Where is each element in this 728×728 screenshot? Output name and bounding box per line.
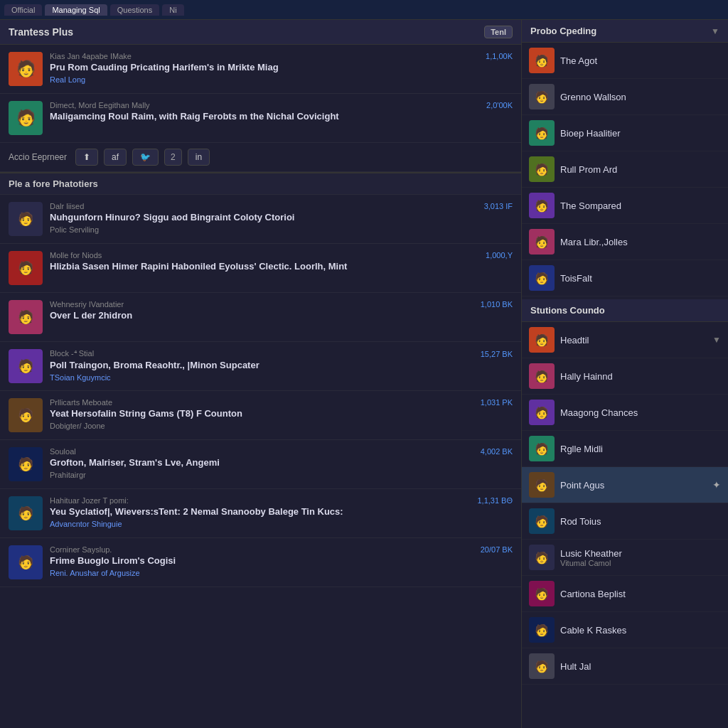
right-bottom-name-9: Hult Jal — [560, 661, 721, 672]
sub-post-content-3: Block -⁴ Stial 15,27 BK Poll Traingon, B… — [50, 349, 513, 382]
nav-tab-ni[interactable]: Ni — [162, 4, 183, 16]
sub-post-score-3: 15,27 BK — [481, 350, 513, 358]
sub-post-subtitle-6: Advancntor Shinguie — [50, 520, 513, 528]
sub-post-card-4[interactable]: 🧑 Prllicarts Meboate 1,031 PK Yeat Herso… — [0, 391, 521, 440]
sub-post-score-4: 1,031 PK — [481, 398, 513, 407]
sub-post-content-1: Molle for Niods 1,000,Y Hlizbia Sasen Hi… — [50, 251, 513, 274]
right-bottom-user-7[interactable]: 🧑 Cartiona Beplist — [522, 576, 728, 612]
right-top-user-3[interactable]: 🧑 Rull Prom Ard — [522, 151, 728, 188]
right-bottom-user-8[interactable]: 🧑 Cable K Raskes — [522, 612, 728, 648]
right-bottom-header: Stutions Coundo — [522, 299, 728, 322]
action-count: 2 — [164, 149, 182, 166]
sub-post-avatar-2: 🧑 — [9, 300, 43, 334]
right-top-avatar-0: 🧑 — [529, 48, 555, 73]
right-top-avatar-1: 🧑 — [529, 84, 555, 109]
post-content-1: Kias Jan 4apabe IMake 1,1,00K Pru Rom Ca… — [50, 52, 513, 84]
right-top-user-2[interactable]: 🧑 Bioep Haalitier — [522, 115, 728, 151]
right-top-user-6[interactable]: 🧑 ToisFalt — [522, 260, 728, 296]
right-top-avatar-3: 🧑 — [529, 156, 555, 182]
sub-post-card-6[interactable]: 🧑 Hahituar Jozer T pomi: 1,1,31 BΘ Yeu S… — [0, 489, 521, 538]
post-card-2[interactable]: 🧑 Dimect, Mord Eegithan Mally 2,0'00K Ma… — [0, 94, 521, 143]
right-bottom-avatar-2: 🧑 — [529, 400, 555, 425]
sub-post-title-0: Nuhgunforn Hinuro? Siggu aod Bingraint C… — [50, 212, 513, 224]
right-top-title: Probo Cpeding — [530, 26, 596, 36]
sub-post-meta-6: Hahituar Jozer T pomi: 1,1,31 BΘ — [50, 496, 513, 505]
right-bottom-user-2[interactable]: 🧑 Maagong Chances — [522, 395, 728, 431]
right-bottom-avatar-0: 🧑 — [529, 327, 555, 353]
right-bottom-name-4: Point Agus — [560, 480, 707, 491]
right-bottom-avatar-6: 🧑 — [529, 545, 555, 570]
subsection-header: Ple a fore Phatotiers — [0, 172, 521, 195]
right-top-avatar-6: 🧑 — [529, 265, 555, 291]
right-top-name-3: Rull Prom Ard — [560, 164, 721, 175]
sub-post-card-5[interactable]: 🧑 Souloal 4,002 BK Grofton, Malriser, St… — [0, 440, 521, 489]
sub-post-meta-0: Dalr liised 3,013 IF — [50, 202, 513, 210]
right-bottom-user-3[interactable]: 🧑 Rglle Midli — [522, 431, 728, 467]
right-bottom-name-6: Lusic Kheather — [560, 548, 721, 559]
right-bottom-name-8: Cable K Raskes — [560, 625, 721, 636]
sub-post-meta-1: Molle for Niods 1,000,Y — [50, 251, 513, 259]
post-card-1[interactable]: 🧑 Kias Jan 4apabe IMake 1,1,00K Pru Rom … — [0, 45, 521, 94]
right-bottom-user-4[interactable]: 🧑 Point Agus ✦ — [522, 467, 728, 503]
sub-post-content-4: Prllicarts Meboate 1,031 PK Yeat Hersofa… — [50, 398, 513, 430]
sub-post-score-7: 20/07 BK — [481, 545, 513, 554]
action-btn-arrow[interactable]: ⬆ — [75, 149, 98, 166]
sub-post-score-2: 1,010 BK — [481, 300, 513, 309]
sub-post-score-5: 4,002 BK — [481, 447, 513, 456]
action-label: Accio Eeprneer — [9, 152, 67, 162]
right-bottom-name-2: Maagong Chances — [560, 407, 721, 418]
right-bottom-name-7: Cartiona Beplist — [560, 589, 721, 599]
action-btn-af[interactable]: af — [104, 149, 127, 166]
right-top-users: 🧑 The Agot 🧑 Grenno Wallson 🧑 Bioep Haal… — [522, 43, 728, 296]
sub-post-content-0: Dalr liised 3,013 IF Nuhgunforn Hinuro? … — [50, 202, 513, 234]
sub-post-author-5: Souloal — [50, 447, 76, 456]
sub-post-card-1[interactable]: 🧑 Molle for Niods 1,000,Y Hlizbia Sasen … — [0, 244, 521, 293]
right-top-user-0[interactable]: 🧑 The Agot — [522, 43, 728, 79]
sub-post-card-2[interactable]: 🧑 Wehnesriy IVandatier 1,010 BK Over L d… — [0, 293, 521, 342]
right-bottom-avatar-5: 🧑 — [529, 508, 555, 534]
right-top-user-4[interactable]: 🧑 The Sompared — [522, 188, 728, 224]
post-meta-1: Kias Jan 4apabe IMake 1,1,00K — [50, 52, 513, 60]
sub-post-card-7[interactable]: 🧑 Corniner Sayslup. 20/07 BK Frime Buogl… — [0, 538, 521, 587]
sub-post-meta-7: Corniner Sayslup. 20/07 BK — [50, 545, 513, 554]
action-btn-twitter[interactable]: 🐦 — [132, 149, 159, 166]
right-bottom-name-0: Headtil — [560, 335, 707, 346]
right-top-chevron-icon: ▼ — [711, 26, 719, 36]
sub-post-card-3[interactable]: 🧑 Block -⁴ Stial 15,27 BK Poll Traingon,… — [0, 342, 521, 391]
post-avatar-2: 🧑 — [9, 101, 43, 135]
nav-tab-official[interactable]: Official — [4, 4, 42, 16]
right-bottom-user-6[interactable]: 🧑 Lusic Kheather Vitumal Camol — [522, 540, 728, 576]
chevron-down-icon: ▼ — [712, 335, 721, 345]
left-section-title: Trantess Plus — [9, 26, 73, 38]
right-top-user-1[interactable]: 🧑 Grenno Wallson — [522, 79, 728, 115]
right-top-name-1: Grenno Wallson — [560, 92, 721, 102]
sub-post-title-3: Poll Traingon, Broma Reaohtr., |Minon Su… — [50, 360, 513, 372]
sub-post-author-4: Prllicarts Meboate — [50, 398, 112, 407]
sub-post-meta-4: Prllicarts Meboate 1,031 PK — [50, 398, 513, 407]
sub-post-card-0[interactable]: 🧑 Dalr liised 3,013 IF Nuhgunforn Hinuro… — [0, 195, 521, 244]
right-bottom-user-1[interactable]: 🧑 Hally Hainnd — [522, 358, 728, 395]
action-btn-in[interactable]: in — [188, 149, 210, 166]
sub-post-score-6: 1,1,31 BΘ — [477, 496, 513, 505]
sub-post-score-0: 3,013 IF — [484, 202, 513, 210]
sub-post-subtitle-4: Dobigter/ Joone — [50, 422, 513, 430]
sub-post-title-4: Yeat Hersofalin String Gams (T8) F Count… — [50, 408, 513, 420]
sub-post-title-7: Frime Buoglo Lirom's Cogisi — [50, 555, 513, 567]
tenant-badge: Tenl — [484, 26, 513, 38]
subsection-title: Ple a fore Phatotiers — [9, 178, 98, 189]
sub-post-meta-3: Block -⁴ Stial 15,27 BK — [50, 349, 513, 358]
right-bottom-user-9[interactable]: 🧑 Hult Jal — [522, 648, 728, 685]
right-top-user-5[interactable]: 🧑 Mara Libr.,Jolles — [522, 224, 728, 260]
right-bottom-user-5[interactable]: 🧑 Rod Toius — [522, 503, 728, 540]
nav-tab-questions[interactable]: Questions — [110, 4, 160, 16]
right-top-avatar-5: 🧑 — [529, 229, 555, 255]
nav-tab-managing-sql[interactable]: Managing Sql — [45, 4, 107, 16]
right-bottom-user-0[interactable]: 🧑 Headtil ▼ — [522, 322, 728, 358]
sub-post-avatar-5: 🧑 — [9, 447, 43, 481]
sub-post-author-6: Hahituar Jozer T pomi: — [50, 496, 129, 505]
post-score-1: 1,1,00K — [486, 52, 513, 60]
post-score-2: 2,0'00K — [486, 101, 513, 109]
action-bar: Accio Eeprneer ⬆ af 🐦 2 in — [0, 143, 521, 172]
sub-post-score-1: 1,000,Y — [486, 251, 513, 259]
sub-post-content-5: Souloal 4,002 BK Grofton, Malriser, Stra… — [50, 447, 513, 479]
